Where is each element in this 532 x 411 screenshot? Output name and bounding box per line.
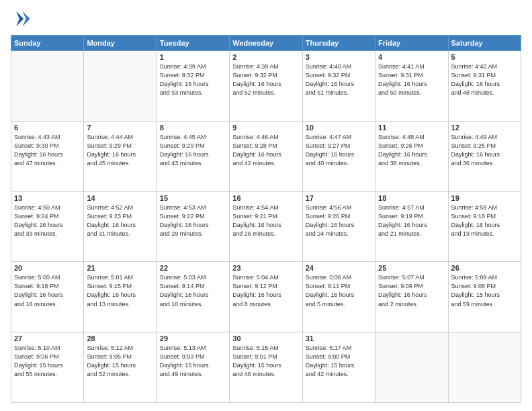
calendar-cell: 24Sunrise: 5:06 AM Sunset: 9:11 PM Dayli… bbox=[302, 262, 375, 332]
day-info: Sunrise: 5:13 AM Sunset: 9:03 PM Dayligh… bbox=[160, 344, 226, 379]
calendar-header-monday: Monday bbox=[84, 36, 157, 51]
day-info: Sunrise: 4:56 AM Sunset: 9:20 PM Dayligh… bbox=[306, 203, 372, 238]
day-info: Sunrise: 4:47 AM Sunset: 9:27 PM Dayligh… bbox=[306, 133, 372, 168]
calendar-cell: 17Sunrise: 4:56 AM Sunset: 9:20 PM Dayli… bbox=[302, 191, 375, 262]
calendar-cell: 25Sunrise: 5:07 AM Sunset: 9:09 PM Dayli… bbox=[375, 262, 448, 332]
day-info: Sunrise: 5:17 AM Sunset: 9:00 PM Dayligh… bbox=[306, 344, 372, 379]
calendar-header-saturday: Saturday bbox=[448, 36, 521, 51]
day-number: 14 bbox=[87, 194, 153, 202]
day-number: 19 bbox=[451, 194, 518, 202]
day-info: Sunrise: 5:00 AM Sunset: 9:16 PM Dayligh… bbox=[14, 273, 81, 308]
day-number: 25 bbox=[378, 264, 445, 272]
day-number: 30 bbox=[232, 334, 299, 342]
svg-marker-0 bbox=[23, 11, 30, 26]
day-number: 6 bbox=[14, 124, 81, 132]
day-info: Sunrise: 4:53 AM Sunset: 9:22 PM Dayligh… bbox=[160, 203, 226, 238]
calendar-cell: 19Sunrise: 4:58 AM Sunset: 9:18 PM Dayli… bbox=[448, 191, 521, 262]
day-info: Sunrise: 4:40 AM Sunset: 9:32 PM Dayligh… bbox=[306, 62, 372, 97]
calendar-cell: 3Sunrise: 4:40 AM Sunset: 9:32 PM Daylig… bbox=[302, 51, 375, 122]
calendar-cell: 30Sunrise: 5:15 AM Sunset: 9:01 PM Dayli… bbox=[230, 332, 302, 403]
day-number: 11 bbox=[378, 124, 445, 132]
calendar-header-row: SundayMondayTuesdayWednesdayThursdayFrid… bbox=[11, 36, 521, 51]
day-number: 2 bbox=[232, 53, 299, 61]
day-info: Sunrise: 4:39 AM Sunset: 9:32 PM Dayligh… bbox=[232, 62, 299, 97]
day-info: Sunrise: 4:49 AM Sunset: 9:25 PM Dayligh… bbox=[451, 133, 518, 168]
calendar-week-2: 13Sunrise: 4:50 AM Sunset: 9:24 PM Dayli… bbox=[11, 191, 521, 262]
day-number: 10 bbox=[306, 124, 372, 132]
day-info: Sunrise: 5:06 AM Sunset: 9:11 PM Dayligh… bbox=[306, 273, 372, 308]
header bbox=[11, 8, 521, 30]
calendar-cell: 28Sunrise: 5:12 AM Sunset: 9:05 PM Dayli… bbox=[84, 332, 157, 403]
day-info: Sunrise: 4:45 AM Sunset: 9:29 PM Dayligh… bbox=[160, 133, 226, 168]
day-number: 12 bbox=[451, 124, 518, 132]
calendar-cell: 1Sunrise: 4:39 AM Sunset: 9:32 PM Daylig… bbox=[157, 51, 229, 122]
day-info: Sunrise: 5:03 AM Sunset: 9:14 PM Dayligh… bbox=[160, 273, 226, 308]
day-number: 15 bbox=[160, 194, 226, 202]
calendar-cell bbox=[448, 332, 521, 403]
calendar-cell: 6Sunrise: 4:43 AM Sunset: 9:30 PM Daylig… bbox=[11, 121, 84, 191]
day-number: 9 bbox=[232, 124, 299, 132]
day-info: Sunrise: 4:43 AM Sunset: 9:30 PM Dayligh… bbox=[14, 133, 81, 168]
day-number: 31 bbox=[306, 334, 372, 342]
calendar-cell: 5Sunrise: 4:42 AM Sunset: 9:31 PM Daylig… bbox=[448, 51, 521, 122]
day-info: Sunrise: 4:48 AM Sunset: 9:26 PM Dayligh… bbox=[378, 133, 445, 168]
calendar-cell: 14Sunrise: 4:52 AM Sunset: 9:23 PM Dayli… bbox=[84, 191, 157, 262]
logo-icon bbox=[11, 8, 32, 30]
day-info: Sunrise: 4:57 AM Sunset: 9:19 PM Dayligh… bbox=[378, 203, 445, 238]
day-number: 16 bbox=[232, 194, 299, 202]
calendar-header-wednesday: Wednesday bbox=[230, 36, 302, 51]
day-number: 22 bbox=[160, 264, 226, 272]
logo bbox=[11, 8, 35, 30]
day-info: Sunrise: 4:44 AM Sunset: 9:29 PM Dayligh… bbox=[87, 133, 153, 168]
day-number: 5 bbox=[451, 53, 518, 61]
day-info: Sunrise: 4:54 AM Sunset: 9:21 PM Dayligh… bbox=[232, 203, 299, 238]
day-number: 24 bbox=[306, 264, 372, 272]
day-info: Sunrise: 4:41 AM Sunset: 9:31 PM Dayligh… bbox=[378, 62, 445, 97]
day-info: Sunrise: 5:09 AM Sunset: 9:08 PM Dayligh… bbox=[451, 273, 518, 308]
calendar-cell: 4Sunrise: 4:41 AM Sunset: 9:31 PM Daylig… bbox=[375, 51, 448, 122]
svg-marker-1 bbox=[16, 11, 24, 26]
calendar-week-3: 20Sunrise: 5:00 AM Sunset: 9:16 PM Dayli… bbox=[11, 262, 521, 332]
day-info: Sunrise: 5:04 AM Sunset: 9:12 PM Dayligh… bbox=[232, 273, 299, 308]
day-number: 28 bbox=[87, 334, 153, 342]
day-info: Sunrise: 4:46 AM Sunset: 9:28 PM Dayligh… bbox=[232, 133, 299, 168]
calendar-cell: 21Sunrise: 5:01 AM Sunset: 9:15 PM Dayli… bbox=[84, 262, 157, 332]
calendar-cell: 26Sunrise: 5:09 AM Sunset: 9:08 PM Dayli… bbox=[448, 262, 521, 332]
day-number: 21 bbox=[87, 264, 153, 272]
calendar-cell: 13Sunrise: 4:50 AM Sunset: 9:24 PM Dayli… bbox=[11, 191, 84, 262]
day-info: Sunrise: 5:07 AM Sunset: 9:09 PM Dayligh… bbox=[378, 273, 445, 308]
day-number: 18 bbox=[378, 194, 445, 202]
calendar-week-1: 6Sunrise: 4:43 AM Sunset: 9:30 PM Daylig… bbox=[11, 121, 521, 191]
calendar-cell: 2Sunrise: 4:39 AM Sunset: 9:32 PM Daylig… bbox=[230, 51, 302, 122]
calendar-header-thursday: Thursday bbox=[302, 36, 375, 51]
calendar-table: SundayMondayTuesdayWednesdayThursdayFrid… bbox=[11, 35, 521, 403]
day-number: 23 bbox=[232, 264, 299, 272]
calendar-cell: 10Sunrise: 4:47 AM Sunset: 9:27 PM Dayli… bbox=[302, 121, 375, 191]
calendar-cell: 7Sunrise: 4:44 AM Sunset: 9:29 PM Daylig… bbox=[84, 121, 157, 191]
calendar-cell: 20Sunrise: 5:00 AM Sunset: 9:16 PM Dayli… bbox=[11, 262, 84, 332]
day-number: 26 bbox=[451, 264, 518, 272]
calendar-cell: 27Sunrise: 5:10 AM Sunset: 9:06 PM Dayli… bbox=[11, 332, 84, 403]
day-info: Sunrise: 5:12 AM Sunset: 9:05 PM Dayligh… bbox=[87, 344, 153, 379]
day-info: Sunrise: 5:10 AM Sunset: 9:06 PM Dayligh… bbox=[14, 344, 81, 379]
calendar-cell: 31Sunrise: 5:17 AM Sunset: 9:00 PM Dayli… bbox=[302, 332, 375, 403]
day-number: 8 bbox=[160, 124, 226, 132]
day-number: 1 bbox=[160, 53, 226, 61]
calendar-week-0: 1Sunrise: 4:39 AM Sunset: 9:32 PM Daylig… bbox=[11, 51, 521, 122]
calendar-week-4: 27Sunrise: 5:10 AM Sunset: 9:06 PM Dayli… bbox=[11, 332, 521, 403]
calendar-cell: 15Sunrise: 4:53 AM Sunset: 9:22 PM Dayli… bbox=[157, 191, 229, 262]
calendar-cell: 23Sunrise: 5:04 AM Sunset: 9:12 PM Dayli… bbox=[230, 262, 302, 332]
day-info: Sunrise: 5:15 AM Sunset: 9:01 PM Dayligh… bbox=[232, 344, 299, 379]
day-number: 3 bbox=[306, 53, 372, 61]
day-number: 29 bbox=[160, 334, 226, 342]
calendar-cell bbox=[11, 51, 84, 122]
day-info: Sunrise: 4:52 AM Sunset: 9:23 PM Dayligh… bbox=[87, 203, 153, 238]
calendar-cell: 12Sunrise: 4:49 AM Sunset: 9:25 PM Dayli… bbox=[448, 121, 521, 191]
calendar-header-sunday: Sunday bbox=[11, 36, 84, 51]
day-info: Sunrise: 4:50 AM Sunset: 9:24 PM Dayligh… bbox=[14, 203, 81, 238]
calendar-cell: 8Sunrise: 4:45 AM Sunset: 9:29 PM Daylig… bbox=[157, 121, 229, 191]
day-info: Sunrise: 4:58 AM Sunset: 9:18 PM Dayligh… bbox=[451, 203, 518, 238]
page: SundayMondayTuesdayWednesdayThursdayFrid… bbox=[0, 0, 532, 411]
day-number: 17 bbox=[306, 194, 372, 202]
day-number: 27 bbox=[14, 334, 81, 342]
